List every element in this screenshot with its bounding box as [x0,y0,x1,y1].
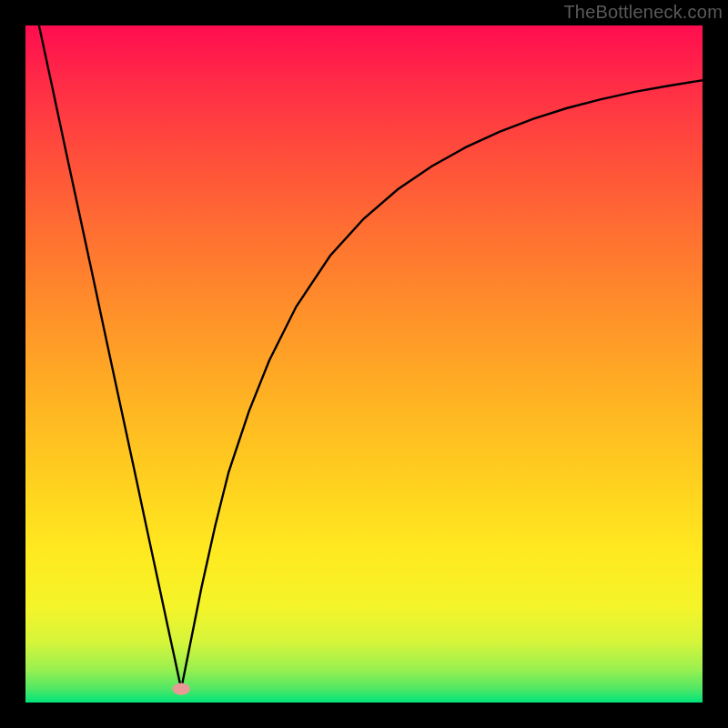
plot-area [25,25,703,703]
chart-svg [25,25,703,703]
chart-frame: TheBottleneck.com [0,0,728,728]
vertex-marker [172,682,189,694]
gradient-background [25,25,703,703]
attribution-text: TheBottleneck.com [563,2,723,23]
